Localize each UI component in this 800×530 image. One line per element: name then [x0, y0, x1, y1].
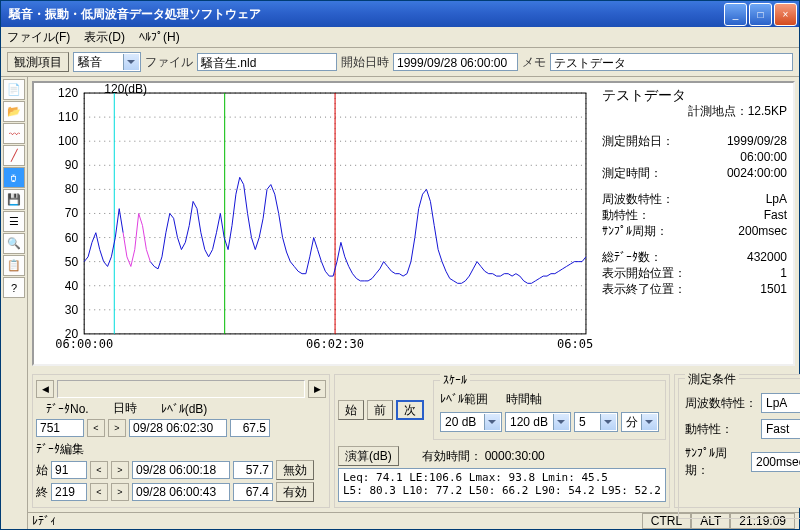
info-title: テストデータ [602, 87, 787, 103]
minimize-button[interactable]: _ [724, 3, 747, 26]
edit-label: ﾃﾞｰﾀ編集 [36, 441, 326, 458]
start-field: 1999/09/28 06:00:00 [393, 53, 518, 71]
cond-sample-combo[interactable]: 200msec [751, 452, 800, 472]
svg-text:30: 30 [65, 303, 79, 317]
menubar: ファイル(F) 表示(D) ﾍﾙﾌﾟ(H) [1, 27, 799, 48]
svg-text:06:00:00: 06:00:00 [55, 337, 113, 351]
tool-new-icon[interactable]: 📄 [3, 79, 25, 100]
file-field: 騒音生.nld [197, 53, 337, 71]
svg-text:50: 50 [65, 255, 79, 269]
scale-high-combo[interactable]: 120 dB [505, 412, 571, 432]
tool-calc-icon[interactable]: ⧮ [3, 167, 25, 188]
svg-text:120(dB): 120(dB) [104, 83, 147, 96]
tool-list-icon[interactable]: ☰ [3, 211, 25, 232]
tool-diag-icon[interactable]: ╱ [3, 145, 25, 166]
status-ready: ﾚﾃﾞｨ [32, 514, 642, 528]
svg-text:90: 90 [65, 158, 79, 172]
prev-button[interactable]: 前 [367, 400, 393, 420]
toolbar-sidebar: 📄 📂 〰 ╱ ⧮ 💾 ☰ 🔍 📋 ? [1, 77, 28, 529]
svg-text:06:02:30: 06:02:30 [306, 337, 364, 351]
level-label: ﾚﾍﾞﾙ(dB) [161, 402, 208, 416]
valid-button[interactable]: 有効 [276, 482, 314, 502]
subject-label: 観測項目 [7, 52, 69, 72]
file-label: ファイル [145, 54, 193, 71]
scale-low-combo[interactable]: 20 dB [440, 412, 502, 432]
next-button[interactable]: 次 [396, 400, 424, 420]
svg-text:70: 70 [65, 206, 79, 220]
spl-chart[interactable]: 203040506070809010011012006:00:0006:02:3… [34, 83, 596, 364]
start-label: 開始日時 [341, 54, 389, 71]
titlebar: 騒音・振動・低周波音データ処理ソフトウェア _ □ × [1, 1, 799, 27]
invalid-button[interactable]: 無効 [276, 460, 314, 480]
eff-label: 有効時間： [422, 448, 482, 465]
menu-view[interactable]: 表示(D) [84, 29, 125, 46]
svg-text:120: 120 [58, 86, 78, 100]
start-button[interactable]: 始 [338, 400, 364, 420]
inc-btn[interactable]: > [108, 419, 126, 437]
tool-preview-icon[interactable]: 🔍 [3, 233, 25, 254]
menu-file[interactable]: ファイル(F) [7, 29, 70, 46]
svg-text:40: 40 [65, 279, 79, 293]
calc-button[interactable]: 演算(dB) [338, 446, 399, 466]
svg-text:100: 100 [58, 134, 78, 148]
eff-value: 0000:30:00 [485, 449, 545, 463]
time-unit-combo[interactable]: 分 [621, 412, 659, 432]
conditions-panel: 測定条件 周波数特性：LpA 動特性：Fast ｻﾝﾌﾟﾙ周期：200msec [674, 374, 800, 508]
tool-save-icon[interactable]: 💾 [3, 189, 25, 210]
cursor-level: 67.5 [230, 419, 270, 437]
tool-open-icon[interactable]: 📂 [3, 101, 25, 122]
window-title: 騒音・振動・低周波音データ処理ソフトウェア [9, 6, 724, 23]
info-panel: テストデータ 計測地点：12.5KP 測定開始日：1999/09/28 06:0… [596, 83, 793, 301]
svg-text:110: 110 [58, 110, 78, 124]
tool-chart-icon[interactable]: 〰 [3, 123, 25, 144]
scroll-right-button[interactable]: ▶ [308, 380, 326, 398]
tool-help-icon[interactable]: ? [3, 277, 25, 298]
top-info-bar: 観測項目 騒音 ファイル 騒音生.nld 開始日時 1999/09/28 06:… [1, 48, 799, 77]
memo-label: メモ [522, 54, 546, 71]
info-location: 計測地点：12.5KP [602, 103, 787, 119]
edit-end-input[interactable]: 219 [51, 483, 87, 501]
svg-text:80: 80 [65, 182, 79, 196]
stats-box: Leq: 74.1 LE:106.6 Lmax: 93.8 Lmin: 45.5… [338, 468, 666, 502]
dec-btn[interactable]: < [87, 419, 105, 437]
menu-help[interactable]: ﾍﾙﾌﾟ(H) [139, 30, 180, 44]
svg-text:06:05:00: 06:05:00 [557, 337, 596, 351]
data-no-label: ﾃﾞｰﾀNo. [46, 402, 89, 416]
memo-field: テストデータ [550, 53, 793, 71]
center-panel: 始 前 次 ｽｹｰﾙ ﾚﾍﾞﾙ範囲 時間軸 20 dB 120 dB [334, 374, 670, 508]
cond-dyn-combo[interactable]: Fast [761, 419, 800, 439]
scroll-left-button[interactable]: ◀ [36, 380, 54, 398]
edit-start-input[interactable]: 91 [51, 461, 87, 479]
cond-freq-combo[interactable]: LpA [761, 393, 800, 413]
tool-copy-icon[interactable]: 📋 [3, 255, 25, 276]
datetime-label: 日時 [113, 400, 137, 417]
maximize-button[interactable]: □ [749, 3, 772, 26]
svg-text:60: 60 [65, 231, 79, 245]
cursor-time: 09/28 06:02:30 [129, 419, 227, 437]
close-button[interactable]: × [774, 3, 797, 26]
time-val-combo[interactable]: 5 [574, 412, 618, 432]
subject-combo[interactable]: 騒音 [73, 52, 141, 72]
data-no-input[interactable]: 751 [36, 419, 84, 437]
data-nav-panel: ◀ ▶ ﾃﾞｰﾀNo. 日時 ﾚﾍﾞﾙ(dB) 751 < > 09/28 06… [32, 374, 330, 508]
